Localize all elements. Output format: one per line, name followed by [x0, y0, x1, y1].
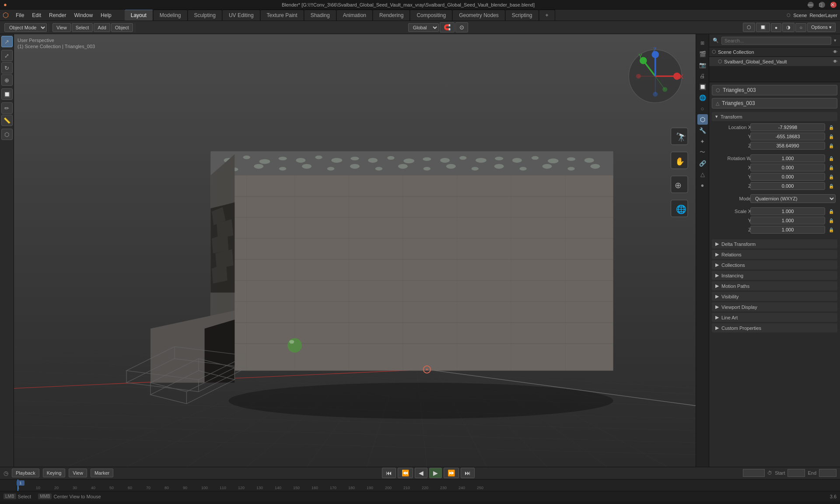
menu-render[interactable]: Render	[46, 11, 70, 19]
prop-icon-outliner[interactable]: ⊞	[697, 38, 708, 48]
prop-icon-scene[interactable]: 🎬	[697, 49, 708, 59]
motion-paths-section[interactable]: ▶ Motion Paths	[712, 281, 837, 290]
timeline-strip[interactable]: 1 1 10 20 30 40 50 60 70 80 90 100 110 1…	[0, 480, 840, 491]
scale-y-value[interactable]: 1.000	[750, 217, 825, 224]
rotation-w-lock[interactable]: 🔒	[827, 156, 836, 161]
tab-shading[interactable]: Shading	[304, 10, 336, 21]
viewport-shading-material[interactable]: ◑	[782, 23, 794, 32]
tool-measure[interactable]: 📏	[1, 115, 13, 126]
minimize-btn[interactable]: —	[808, 2, 814, 8]
tool-scale[interactable]: ⊕	[1, 74, 13, 86]
play-btn[interactable]: ▶	[429, 468, 442, 478]
step-back-btn[interactable]: ⏪	[398, 468, 413, 478]
props-filter-icon[interactable]: ▾	[834, 38, 836, 43]
viewport-shading-solid[interactable]: ●	[771, 23, 782, 32]
step-forward-btn[interactable]: ⏩	[444, 468, 459, 478]
tab-layout[interactable]: Layout	[125, 10, 153, 21]
scale-y-lock[interactable]: 🔒	[827, 218, 836, 223]
tab-add[interactable]: +	[539, 10, 555, 21]
menu-file[interactable]: File	[12, 11, 28, 19]
tool-move[interactable]: ⤢	[1, 50, 13, 61]
tool-transform[interactable]: 🔲	[1, 88, 13, 100]
render-layer-label[interactable]: RenderLayer	[809, 13, 837, 18]
tab-texture-paint[interactable]: Texture Paint	[261, 10, 304, 21]
tab-sculpting[interactable]: Sculpting	[188, 10, 222, 21]
custom-properties-section[interactable]: ▶ Custom Properties	[712, 323, 837, 332]
play-reverse-btn[interactable]: ◀	[415, 468, 427, 478]
rotation-z-lock[interactable]: 🔒	[827, 184, 836, 189]
keying-btn[interactable]: Keying	[43, 469, 66, 477]
tab-uv-editing[interactable]: UV Editing	[223, 10, 260, 21]
instancing-section[interactable]: ▶ Instancing	[712, 271, 837, 280]
menu-edit[interactable]: Edit	[28, 11, 45, 19]
tab-scripting[interactable]: Scripting	[506, 10, 539, 21]
object-btn[interactable]: Object	[111, 23, 133, 32]
tool-select[interactable]: ↗	[1, 36, 13, 47]
object-mode-select[interactable]: Object Mode Edit Mode Sculpt Mode	[4, 23, 47, 32]
viewport-shading-rendered[interactable]: ○	[795, 23, 806, 32]
rotation-z-value[interactable]: 0.000	[750, 182, 825, 190]
line-art-section[interactable]: ▶ Line Art	[712, 313, 837, 322]
rotation-mode-select[interactable]: Quaternion (WXYZ) XYZ Euler Axis Angle	[750, 194, 836, 203]
prop-icon-object[interactable]: ⬡	[697, 114, 708, 125]
prop-icon-data[interactable]: △	[697, 169, 708, 179]
menu-window[interactable]: Window	[70, 11, 96, 19]
object-name-display[interactable]: Triangles_003	[723, 87, 756, 93]
scale-z-lock[interactable]: 🔒	[827, 228, 836, 232]
viewport-3d[interactable]: X Y Z 🔭	[14, 34, 696, 467]
select-btn[interactable]: Select	[72, 23, 93, 32]
tab-animation[interactable]: Animation	[337, 10, 373, 21]
relations-section[interactable]: ▶ Relations	[712, 250, 837, 259]
menu-help[interactable]: Help	[97, 11, 115, 19]
location-z-value[interactable]: 358.64990	[750, 142, 825, 150]
scale-x-lock[interactable]: 🔒	[827, 209, 836, 214]
marker-btn[interactable]: Marker	[91, 469, 113, 477]
global-select[interactable]: Global Local Normal	[408, 23, 439, 32]
prop-icon-material[interactable]: ●	[697, 180, 708, 190]
scale-z-value[interactable]: 1.000	[750, 226, 825, 234]
prop-icon-world[interactable]: ○	[697, 103, 708, 114]
close-btn[interactable]: ✕	[830, 2, 836, 8]
add-btn[interactable]: Add	[94, 23, 110, 32]
eye-icon-obj[interactable]: 👁	[833, 59, 837, 64]
prop-icon-modifier[interactable]: 🔧	[697, 125, 708, 136]
prop-icon-constraints[interactable]: 🔗	[697, 158, 708, 168]
tool-annotate[interactable]: ✏	[1, 102, 13, 114]
eye-icon[interactable]: 👁	[833, 49, 837, 54]
location-x-lock[interactable]: 🔒	[827, 125, 836, 130]
maximize-btn[interactable]: □	[819, 2, 825, 8]
location-y-value[interactable]: -655.18683	[750, 133, 825, 140]
snap-btn[interactable]: 🧲	[440, 22, 455, 32]
location-x-value[interactable]: -7.92998	[750, 123, 825, 131]
timeline-view-btn[interactable]: View	[69, 469, 87, 477]
tab-geometry-nodes[interactable]: Geometry Nodes	[453, 10, 505, 21]
collections-section[interactable]: ▶ Collections	[712, 260, 837, 270]
object-name-outliner[interactable]: Svalbard_Global_Seed_Vault	[724, 59, 787, 64]
location-y-lock[interactable]: 🔒	[827, 134, 836, 139]
tab-rendering[interactable]: Rendering	[373, 10, 410, 21]
visibility-section[interactable]: ▶ Visibility	[712, 292, 837, 301]
viewport-display-section[interactable]: ▶ Viewport Display	[712, 302, 837, 312]
end-frame-input[interactable]: 250	[819, 469, 836, 477]
rotation-y-value[interactable]: 0.000	[750, 173, 825, 181]
location-z-lock[interactable]: 🔒	[827, 144, 836, 148]
start-frame-input[interactable]: 1	[788, 469, 805, 477]
delta-transform-section[interactable]: ▶ Delta Transform	[712, 239, 837, 248]
rotation-y-lock[interactable]: 🔒	[827, 175, 836, 179]
view-btn[interactable]: View	[52, 23, 71, 32]
rotation-x-value[interactable]: 0.000	[750, 164, 825, 172]
tool-rotate[interactable]: ↻	[1, 62, 13, 74]
tab-compositing[interactable]: Compositing	[410, 10, 452, 21]
sub-object-name-display[interactable]: Triangles_003	[722, 100, 755, 106]
jump-end-btn[interactable]: ⏭	[461, 468, 475, 478]
props-search-input[interactable]	[721, 37, 831, 45]
prop-icon-scene-props[interactable]: 🌐	[697, 92, 708, 103]
prop-icon-render[interactable]: 📷	[697, 60, 708, 70]
options-btn[interactable]: Options ▾	[807, 23, 836, 32]
jump-start-btn[interactable]: ⏮	[382, 468, 396, 478]
prop-icon-view-layer[interactable]: 🔲	[697, 81, 708, 92]
prop-icon-output[interactable]: 🖨	[697, 70, 708, 81]
proportional-btn[interactable]: ⊙	[455, 22, 468, 32]
current-frame-input[interactable]: 1	[743, 469, 765, 477]
scale-x-value[interactable]: 1.000	[750, 207, 825, 215]
